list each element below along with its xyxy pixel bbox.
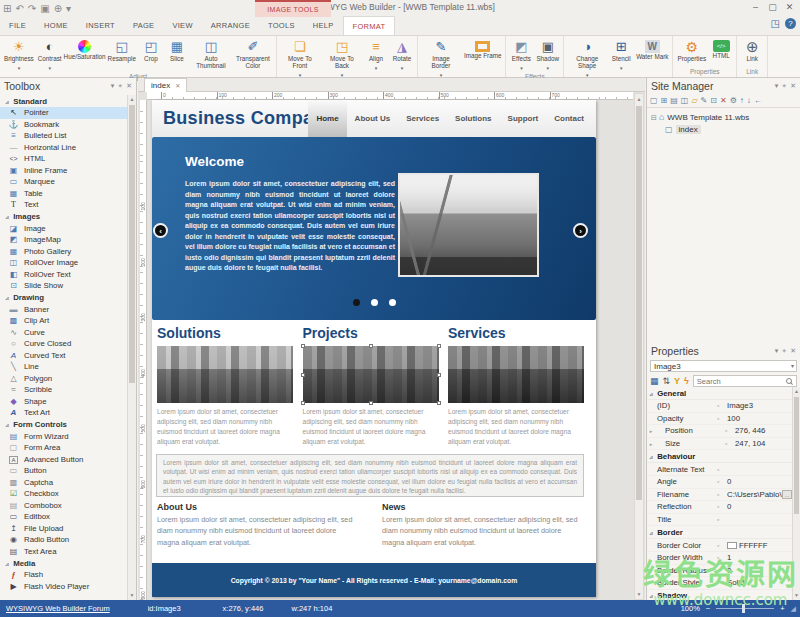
toolbox-item[interactable]: Bookmark (0, 119, 127, 131)
toolbox-item[interactable]: Image (0, 223, 127, 235)
ribbon-tab[interactable]: VIEW (163, 16, 201, 35)
undo-icon[interactable]: ↶ (15, 1, 23, 16)
column-heading[interactable]: Projects (303, 320, 439, 346)
page-header-section[interactable]: Business Company HomeAbout UsServicesSol… (152, 100, 596, 137)
pin-icon[interactable] (782, 347, 786, 355)
toolbox-item[interactable]: Photo Gallery (0, 246, 127, 258)
panel-menu-icon[interactable] (775, 82, 779, 90)
help-icon[interactable] (785, 18, 796, 29)
browse-button[interactable] (782, 490, 792, 499)
toolbox-item[interactable]: RollOver Image (0, 257, 127, 269)
toolbox-item[interactable]: Editbox (0, 511, 127, 523)
events-icon[interactable] (684, 376, 689, 386)
ribbon-tab[interactable]: INSERT (77, 16, 124, 35)
toolbox-item[interactable]: Inline Frame (0, 165, 127, 177)
ribbon-tab[interactable]: FORMAT (343, 16, 396, 35)
toolbox-section-header[interactable]: Drawing (0, 292, 127, 304)
toolbox-scrollbar[interactable] (127, 95, 136, 600)
panel-menu-icon[interactable] (111, 82, 115, 90)
ribbon-button[interactable]: Water Mark (634, 37, 670, 79)
rename-icon[interactable] (701, 96, 708, 105)
ribbon-button[interactable]: Properties (675, 37, 708, 67)
solutions-photo[interactable] (157, 346, 293, 403)
carousel-dot[interactable] (371, 299, 378, 306)
footer-block-paragraph[interactable]: Lorem ipsum dolor sit amet, consectetuer… (382, 514, 584, 548)
toolbox-item[interactable]: Table (0, 188, 127, 200)
categorized-icon[interactable] (650, 376, 659, 386)
ribbon-button[interactable]: Crop (138, 37, 164, 72)
pin-icon[interactable] (782, 82, 786, 90)
property-section-header[interactable]: Shadow (647, 590, 792, 600)
save-icon[interactable]: ▣ (40, 1, 49, 16)
ribbon-button[interactable]: Move To Back (321, 37, 363, 79)
nav-item[interactable]: Support (500, 100, 547, 137)
row-expander-icon[interactable]: ▸ (647, 441, 655, 447)
forum-link[interactable]: WYSIWYG Web Builder Forum (6, 604, 110, 613)
column-paragraph[interactable]: Lorem ipsum dolor sit amet, consectetuer… (303, 407, 439, 447)
close-icon[interactable] (790, 347, 796, 355)
toolbox-item[interactable]: Combobox (0, 500, 127, 512)
ribbon-button[interactable]: Rotate (389, 37, 415, 79)
footer-block-heading[interactable]: News (382, 502, 584, 512)
app-icon[interactable]: ⊞ (3, 1, 11, 16)
toolbox-item[interactable]: Clip Art (0, 315, 127, 327)
zoom-out-button[interactable] (706, 604, 710, 613)
preview-icon[interactable]: ⊕ (54, 1, 62, 16)
close-window-icon[interactable]: ✕ (781, 0, 798, 14)
toolbox-item[interactable]: Button (0, 465, 127, 477)
carousel-prev-icon[interactable] (153, 223, 168, 238)
object-selector[interactable]: Image3 (650, 360, 797, 372)
toolbox-item[interactable]: File Upload (0, 523, 127, 535)
hero-heading[interactable]: Welcome (185, 154, 244, 169)
property-section-header[interactable]: General (647, 387, 792, 400)
toolbox-item[interactable]: Bulleted List (0, 130, 127, 142)
ribbon-tab[interactable]: TOOLS (259, 16, 304, 35)
toolbox-item[interactable]: Marquee (0, 176, 127, 188)
selection-handle[interactable] (301, 401, 305, 405)
panel-menu-icon[interactable] (775, 347, 779, 355)
toolbox-item[interactable]: Curved Text (0, 350, 127, 362)
property-value[interactable]: FFFFFF (739, 541, 792, 550)
nav-item[interactable]: About Us (347, 100, 399, 137)
zoom-slider-thumb[interactable] (742, 604, 745, 613)
maximize-icon[interactable]: ▢ (764, 0, 781, 14)
property-value[interactable]: 0 (727, 477, 792, 486)
property-value[interactable]: Solid (727, 578, 792, 587)
ribbon-button[interactable]: Image Frame (462, 37, 503, 79)
close-tab-icon[interactable] (175, 79, 180, 93)
site-tree-root[interactable]: WWB Template 11.wbs (649, 111, 798, 123)
search-input[interactable] (697, 377, 786, 386)
ribbon-button[interactable]: Image Border (420, 37, 462, 79)
toolbox-section-header[interactable]: Media (0, 557, 127, 569)
feedback-icon[interactable] (771, 18, 780, 29)
carousel-dot[interactable] (353, 299, 360, 306)
toolbox-item[interactable]: Form Area (0, 442, 127, 454)
ribbon-button[interactable]: Effects (508, 37, 534, 72)
toolbox-item[interactable]: Captcha (0, 477, 127, 489)
property-search[interactable] (693, 375, 797, 387)
column-paragraph[interactable]: Lorem ipsum dolor sit amet, consectetuer… (157, 407, 293, 447)
toolbox-item[interactable]: Form Wizard (0, 431, 127, 443)
color-swatch[interactable] (727, 542, 737, 549)
property-row[interactable]: Border Color FFFFFF (647, 539, 792, 552)
property-value[interactable]: 0 (727, 502, 792, 511)
selection-handle[interactable] (301, 373, 305, 377)
tree-expander-icon[interactable] (649, 113, 659, 122)
nav-item[interactable]: Contact (546, 100, 592, 137)
minimize-icon[interactable]: – (747, 0, 764, 14)
ribbon-button[interactable]: Contrast (36, 37, 64, 72)
toolbox-item[interactable]: Horizontal Line (0, 142, 127, 154)
folder-icon[interactable] (691, 96, 697, 105)
column-heading[interactable]: Solutions (157, 320, 293, 346)
ribbon-button[interactable]: Link (739, 37, 765, 67)
column-heading[interactable]: Services (448, 320, 584, 346)
property-value[interactable]: 276, 446 (735, 426, 792, 435)
toolbox-item[interactable]: Text Area (0, 546, 127, 558)
move-left-icon[interactable] (754, 96, 762, 105)
zoom-in-button[interactable] (780, 604, 784, 613)
toolbox-item[interactable]: Text Art (0, 407, 127, 419)
ribbon-button[interactable]: Hue/Saturation (64, 37, 106, 72)
row-expander-icon[interactable]: ▸ (647, 428, 655, 434)
toolbox-item[interactable]: RollOver Text (0, 269, 127, 281)
toolbox-item[interactable]: Polygon (0, 373, 127, 385)
